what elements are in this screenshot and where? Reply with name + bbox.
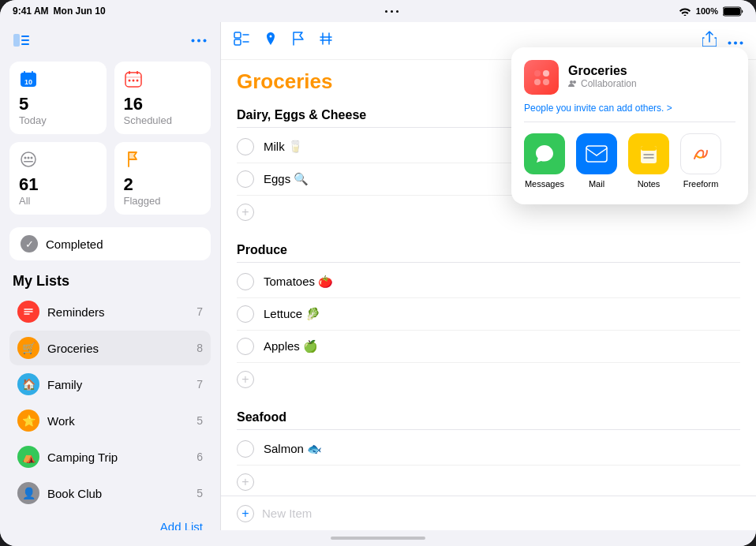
svg-rect-45 <box>641 146 657 151</box>
reminders-name: Reminders <box>47 305 189 319</box>
task-checkbox-lettuce[interactable] <box>237 305 254 323</box>
home-indicator <box>0 530 756 546</box>
location-icon[interactable] <box>264 32 278 50</box>
task-checkbox-milk[interactable] <box>237 138 254 155</box>
list-items: Reminders 7 🛒 Groceries 8 🏠 Family <box>9 294 211 510</box>
add-placeholder-produce[interactable]: + <box>237 363 740 396</box>
svg-point-21 <box>136 80 138 82</box>
battery-level: 100% <box>696 6 718 16</box>
scheduled-label: Scheduled <box>124 114 202 126</box>
add-list-button[interactable]: Add List <box>9 510 211 530</box>
svg-point-25 <box>31 157 33 159</box>
completed-label: Completed <box>46 237 103 251</box>
share-popup-info: Groceries Collaboration <box>568 64 637 91</box>
svg-point-42 <box>573 80 576 84</box>
dot-red <box>534 70 541 77</box>
today-count: 5 <box>19 95 97 113</box>
sidebar-more-button[interactable] <box>187 28 211 52</box>
wifi-icon <box>679 6 691 16</box>
share-popup-subtitle: Collaboration <box>581 78 637 89</box>
status-bar-right: 100% <box>679 6 743 17</box>
notes-app-icon <box>628 133 669 174</box>
sidebar-top-bar <box>9 28 211 52</box>
svg-point-22 <box>21 152 36 166</box>
battery-icon <box>723 6 743 17</box>
list-row-bookclub[interactable]: 👤 Book Club 5 <box>9 476 211 510</box>
svg-rect-13 <box>24 71 25 74</box>
today-icon: 10 <box>19 69 97 92</box>
section-seafood: Seafood Salmon 🐟 + <box>237 402 740 496</box>
camping-count: 6 <box>196 451 203 463</box>
section-header-seafood: Seafood <box>237 402 740 430</box>
dot-gray1 <box>543 70 549 77</box>
work-icon: ⭐ <box>17 410 39 432</box>
svg-point-6 <box>192 39 195 42</box>
checklist-icon[interactable] <box>234 32 249 50</box>
svg-rect-2 <box>13 34 20 47</box>
svg-rect-26 <box>24 161 33 163</box>
ipad-frame: 9:41 AM Mon Jun 10 100% <box>0 0 756 546</box>
task-checkbox-apples[interactable] <box>237 338 254 355</box>
add-placeholder-seafood[interactable]: + <box>237 466 740 496</box>
svg-point-20 <box>132 80 134 82</box>
all-count: 61 <box>19 176 97 193</box>
hashtag-icon[interactable] <box>319 32 333 50</box>
share-app-notes[interactable]: Notes <box>628 133 669 189</box>
dot2 <box>391 10 393 13</box>
svg-rect-11 <box>21 76 36 77</box>
svg-point-24 <box>28 157 30 159</box>
dot3 <box>396 10 399 13</box>
svg-point-23 <box>24 157 27 159</box>
family-icon: 🏠 <box>17 373 39 395</box>
task-name-lettuce: Lettuce 🥬 <box>264 307 320 321</box>
dot-gray2 <box>534 79 541 85</box>
list-row-family[interactable]: 🏠 Family 7 <box>9 367 211 402</box>
task-name-tomatoes: Tomatoes 🍅 <box>264 275 333 289</box>
svg-point-39 <box>734 42 737 45</box>
flagged-count: 2 <box>124 176 202 193</box>
sidebar-toggle-button[interactable] <box>9 28 33 52</box>
list-row-reminders[interactable]: Reminders 7 <box>9 294 211 329</box>
task-row-apples: Apples 🍏 <box>237 331 740 363</box>
new-item-bar[interactable]: + New Item <box>221 496 756 530</box>
messages-label: Messages <box>525 179 564 189</box>
flagged-label: Flagged <box>124 195 202 207</box>
list-row-camping[interactable]: ⛺ Camping Trip 6 <box>9 439 211 474</box>
share-app-freeform[interactable]: Freeform <box>680 133 721 189</box>
sidebar: 10 5 Today <box>0 22 221 530</box>
reminders-count: 7 <box>196 305 203 318</box>
notes-label: Notes <box>638 179 661 189</box>
task-checkbox-salmon[interactable] <box>237 440 254 458</box>
smart-card-scheduled[interactable]: 16 Scheduled <box>114 62 211 134</box>
completed-item[interactable]: ✓ Completed <box>9 227 211 260</box>
add-plus-seafood: + <box>237 473 254 491</box>
share-popup-list-icon <box>524 60 559 95</box>
time: 9:41 AM <box>13 6 49 17</box>
task-checkbox-tomatoes[interactable] <box>237 273 254 290</box>
dot1 <box>385 10 387 13</box>
freeform-app-icon <box>680 133 721 174</box>
more-options-icon[interactable] <box>728 32 743 49</box>
smart-card-all[interactable]: 61 All <box>9 142 107 215</box>
task-checkbox-eggs[interactable] <box>237 170 254 188</box>
smart-lists: 10 5 Today <box>9 62 211 215</box>
list-row-groceries[interactable]: 🛒 Groceries 8 <box>9 331 211 365</box>
share-popup-header: Groceries Collaboration <box>524 60 735 95</box>
smart-card-today[interactable]: 10 5 Today <box>9 62 107 134</box>
svg-point-41 <box>570 80 573 84</box>
share-app-mail[interactable]: Mail <box>576 133 617 189</box>
share-popup-people-text[interactable]: People you invite can add others. > <box>524 103 735 114</box>
share-apps: Messages Mail <box>524 130 735 192</box>
dot-row-2 <box>534 79 549 85</box>
svg-rect-18 <box>125 77 141 78</box>
completed-icon: ✓ <box>21 235 38 252</box>
share-popup-divider <box>524 122 735 122</box>
smart-card-flagged[interactable]: 2 Flagged <box>114 142 211 215</box>
task-name-salmon: Salmon 🐟 <box>264 442 322 456</box>
flag-icon[interactable] <box>292 32 305 50</box>
share-app-messages[interactable]: Messages <box>524 133 565 189</box>
list-row-work[interactable]: ⭐ Work 5 <box>9 403 211 438</box>
task-name-apples: Apples 🍏 <box>264 339 318 353</box>
new-item-plus-icon: + <box>237 505 254 522</box>
collab-icon <box>568 79 578 88</box>
